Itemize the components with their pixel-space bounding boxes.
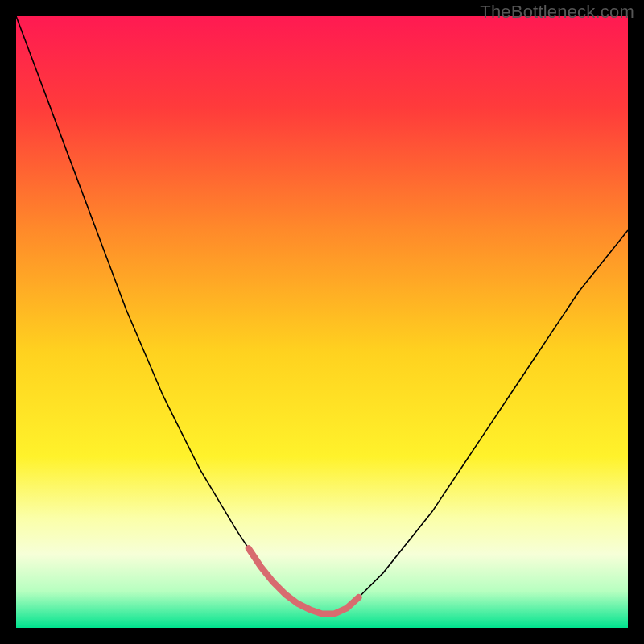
bottleneck-chart: [16, 16, 628, 628]
chart-container: TheBottleneck.com: [0, 0, 644, 644]
chart-background: [16, 16, 628, 628]
watermark-text: TheBottleneck.com: [480, 2, 634, 23]
